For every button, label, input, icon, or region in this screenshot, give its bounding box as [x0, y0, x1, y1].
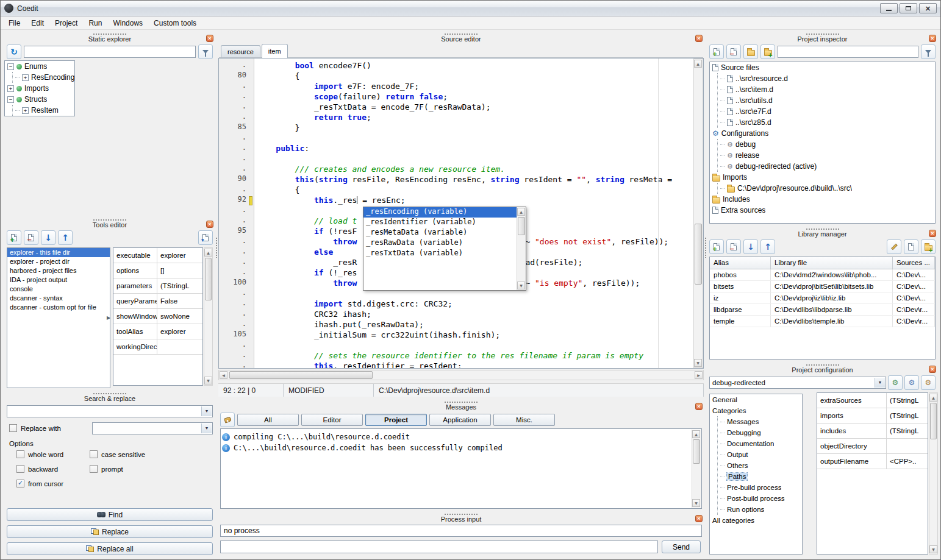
scroll-right-button[interactable]: ▶: [695, 371, 703, 379]
scroll-up-button[interactable]: ▲: [204, 249, 212, 257]
table-row[interactable]: phobosC:\Dev\dmd2\windows\lib\phob...C:\…: [710, 269, 935, 281]
inspector-filter-input[interactable]: [778, 46, 918, 58]
property-value[interactable]: [887, 439, 928, 453]
tree-item[interactable]: ..\src\z85.d: [718, 117, 935, 128]
tree-item[interactable]: C:\Dev\dproj\resource.d\build\..\src\: [718, 183, 935, 194]
filter-misc[interactable]: Misc.: [493, 414, 555, 426]
remove-source-button[interactable]: [726, 44, 741, 59]
property-value[interactable]: [157, 339, 202, 354]
send-button[interactable]: Send: [662, 541, 701, 553]
tree-item[interactable]: −Structs: [5, 94, 74, 105]
property-value[interactable]: explorer: [157, 248, 202, 263]
add-tool-button[interactable]: [7, 230, 21, 245]
tree-item[interactable]: ..\src\item.d: [718, 84, 935, 95]
panel-close-button[interactable]: ×: [695, 515, 703, 522]
panel-header[interactable]: Tools editor ×: [4, 218, 215, 229]
expand-toggle[interactable]: −: [7, 96, 14, 103]
add-library-button[interactable]: [709, 239, 724, 254]
panel-close-button[interactable]: ×: [695, 403, 703, 410]
scroll-thumb[interactable]: [695, 224, 702, 285]
vertical-scrollbar[interactable]: ▲ ▼: [693, 58, 703, 368]
replace-all-button[interactable]: Replace all: [7, 542, 213, 555]
tree-item[interactable]: ⚙debug: [718, 139, 935, 150]
scroll-thumb[interactable]: [205, 258, 212, 300]
replace-term-combo[interactable]: ▼: [92, 422, 213, 434]
filter-application[interactable]: Application: [429, 414, 491, 426]
scroll-up-button[interactable]: ▲: [929, 394, 937, 402]
tool-list-item[interactable]: console: [7, 285, 110, 294]
category-item[interactable]: All categories: [710, 515, 802, 526]
completion-item[interactable]: _resRawData (variable): [363, 238, 517, 249]
panel-close-button[interactable]: ×: [206, 35, 213, 42]
case-sensitive-checkbox[interactable]: [90, 450, 98, 458]
message-row[interactable]: icompiling C:\...\build\resource.d.coedi…: [222, 431, 690, 442]
tree-item[interactable]: Imports: [710, 172, 935, 183]
property-value[interactable]: <CPP>..: [887, 454, 928, 469]
property-value[interactable]: (TStringL: [157, 278, 202, 293]
scroll-down-button[interactable]: ▼: [517, 282, 525, 289]
edit-library-button[interactable]: [887, 239, 901, 254]
sync-configuration-button[interactable]: ⚙: [888, 375, 903, 390]
tree-item[interactable]: Includes: [710, 194, 935, 205]
scroll-down-button[interactable]: ▼: [692, 499, 700, 507]
menu-item-project[interactable]: Project: [49, 17, 83, 29]
panel-header[interactable]: Process input ×: [218, 512, 704, 523]
category-item[interactable]: General: [710, 394, 802, 405]
panel-grip[interactable]: [444, 33, 478, 35]
tree-item[interactable]: −Enums: [5, 61, 74, 72]
menu-item-run[interactable]: Run: [83, 17, 107, 29]
add-folder-button[interactable]: [743, 44, 758, 59]
move-down-button[interactable]: ↓: [743, 239, 758, 254]
vertical-scrollbar[interactable]: ▲ ▼: [517, 207, 526, 290]
panel-close-button[interactable]: ×: [929, 366, 936, 373]
close-button[interactable]: ×: [919, 3, 937, 13]
replace-with-checkbox[interactable]: [9, 424, 17, 432]
tree-item[interactable]: ..\src\utils.d: [718, 95, 935, 106]
horizontal-scrollbar[interactable]: ◀ ▶: [218, 370, 704, 380]
filter-all[interactable]: All: [237, 414, 299, 426]
find-button[interactable]: Find: [7, 508, 213, 521]
panel-header[interactable]: Library manager ×: [707, 227, 938, 238]
chevron-down-icon[interactable]: ▼: [201, 406, 212, 416]
library-from-file-button[interactable]: [904, 239, 918, 254]
completion-item[interactable]: _resMetaData (variable): [363, 228, 517, 238]
panel-close-button[interactable]: ×: [206, 221, 213, 228]
tree-item[interactable]: ..\src\resource.d: [718, 73, 935, 84]
category-item[interactable]: Others: [718, 460, 802, 471]
panel-close-button[interactable]: ×: [929, 230, 936, 237]
category-item[interactable]: Run options: [718, 504, 802, 515]
filter-button[interactable]: [921, 44, 936, 59]
add-folder-tree-button[interactable]: [760, 44, 775, 59]
panel-close-button[interactable]: ×: [929, 35, 936, 42]
scroll-up-button[interactable]: ▲: [694, 60, 702, 68]
panel-grip[interactable]: [93, 219, 127, 221]
minimize-button[interactable]: [880, 3, 898, 13]
panel-grip[interactable]: [444, 401, 478, 403]
symbol-search-input[interactable]: [24, 46, 196, 58]
scroll-down-button[interactable]: ▼: [694, 359, 702, 367]
remove-library-button[interactable]: [726, 239, 741, 254]
tool-list-item[interactable]: explorer - this file dir: [7, 248, 110, 257]
panel-header[interactable]: Project configuration ×: [707, 363, 938, 374]
panel-header[interactable]: Static explorer ×: [4, 32, 215, 43]
tree-item[interactable]: ⚙Configurations: [710, 128, 935, 139]
category-item[interactable]: Paths: [718, 471, 802, 482]
column-header-alias[interactable]: Alias: [710, 257, 771, 269]
scroll-thumb[interactable]: [229, 371, 373, 379]
vertical-scrollbar[interactable]: ▲ ▼: [204, 247, 213, 386]
expand-toggle[interactable]: +: [22, 107, 29, 114]
category-item[interactable]: Post-build process: [718, 493, 802, 504]
search-term-combo[interactable]: ▼: [7, 405, 213, 417]
completion-item[interactable]: _resEncoding (variable): [363, 207, 517, 218]
chevron-down-icon[interactable]: ▼: [201, 424, 212, 433]
remove-tool-button[interactable]: [24, 230, 38, 245]
expand-toggle[interactable]: +: [22, 74, 29, 81]
tree-item[interactable]: Source files: [710, 62, 935, 73]
tab-item[interactable]: item: [262, 44, 288, 58]
expand-toggle[interactable]: +: [7, 85, 14, 92]
menu-item-windows[interactable]: Windows: [107, 17, 148, 29]
remove-configuration-button[interactable]: ⚙: [921, 375, 936, 390]
chevron-down-icon[interactable]: ▼: [875, 378, 885, 388]
menu-item-file[interactable]: File: [3, 17, 26, 29]
refresh-button[interactable]: ↻: [7, 44, 21, 59]
